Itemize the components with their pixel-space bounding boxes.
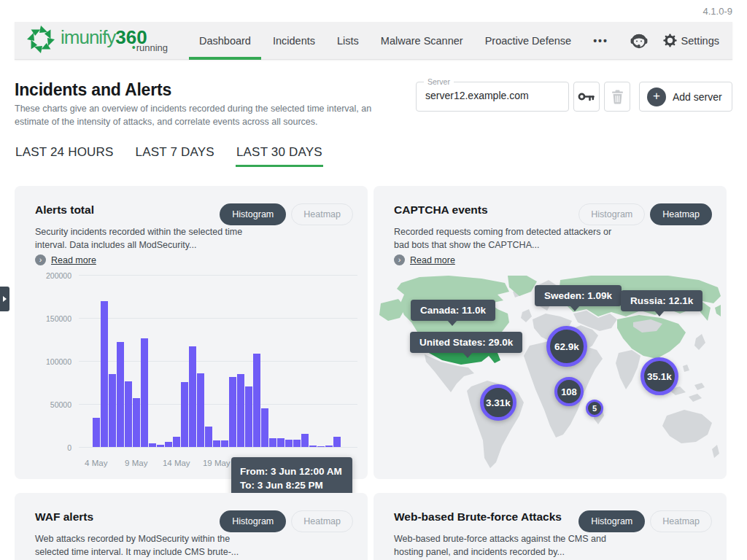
support-agent-icon[interactable] xyxy=(628,30,650,52)
y-axis-label: 50000 xyxy=(15,400,71,409)
map-country-tooltip: Sweden: 1.09k xyxy=(535,285,622,306)
card-description: Security incidents recorded within the s… xyxy=(35,225,263,252)
histogram-bar[interactable] xyxy=(333,437,341,447)
server-input[interactable] xyxy=(425,90,560,101)
histogram-bar[interactable] xyxy=(229,377,236,447)
histogram-bar[interactable] xyxy=(189,346,196,447)
plus-icon: + xyxy=(647,88,666,106)
navbar: imunify360 •running Dashboard Incidents … xyxy=(15,22,732,60)
histogram-bar[interactable] xyxy=(197,373,204,447)
nav-item-dashboard[interactable]: Dashboard xyxy=(188,22,262,60)
tab-last-7-days[interactable]: LAST 7 DAYS xyxy=(135,145,215,167)
histogram-toggle[interactable]: Histogram xyxy=(578,510,645,532)
heatmap-toggle[interactable]: Heatmap xyxy=(650,510,712,532)
nav-item-lists[interactable]: Lists xyxy=(326,22,370,60)
nav-item-proactive-defense[interactable]: Proactive Defense xyxy=(474,22,582,60)
x-axis-label: 4 May xyxy=(74,459,118,467)
histogram-bar[interactable] xyxy=(245,386,252,447)
histogram-bar[interactable] xyxy=(213,440,220,447)
settings-label: Settings xyxy=(681,35,719,47)
heatmap-toggle[interactable]: Heatmap xyxy=(650,203,712,225)
card-captcha-events: CAPTCHA events Histogram Heatmap Recorde… xyxy=(374,186,727,479)
tooltip-pointer xyxy=(462,352,473,358)
histogram-bar[interactable] xyxy=(285,440,293,447)
map-bubble[interactable]: 35.1k xyxy=(640,357,678,395)
histogram-bar[interactable] xyxy=(125,381,132,447)
x-axis-label: 14 May xyxy=(155,459,198,467)
country-uk xyxy=(521,309,532,322)
map-bubble[interactable]: 108 xyxy=(554,377,584,406)
page-subtitle: These charts give an overview of inciden… xyxy=(15,102,395,128)
imunify360-logo[interactable]: imunify360 •running xyxy=(25,22,168,60)
card-title: CAPTCHA events xyxy=(394,203,488,217)
heatmap-toggle[interactable]: Heatmap xyxy=(291,203,353,225)
histogram-toggle[interactable]: Histogram xyxy=(220,203,286,225)
server-field-label: Server xyxy=(424,77,454,86)
histogram-bar[interactable] xyxy=(101,301,108,447)
histogram-toggle[interactable]: Histogram xyxy=(220,510,286,532)
card-description: Web attacks recorded by ModSecurity with… xyxy=(35,532,263,559)
histogram-bar[interactable] xyxy=(173,437,180,447)
histogram-bar[interactable] xyxy=(149,443,156,447)
histogram-bar[interactable] xyxy=(181,382,188,447)
nav-more-menu[interactable]: ••• xyxy=(582,22,619,60)
card-alerts-total: Alerts total Histogram Heatmap Security … xyxy=(15,186,368,479)
add-server-button[interactable]: + Add server xyxy=(639,82,732,112)
histogram-bar[interactable] xyxy=(325,446,333,447)
map-bubble[interactable]: 62.9k xyxy=(546,326,587,367)
map-country-tooltip: Canada: 11.0k xyxy=(411,300,495,321)
country-australia xyxy=(662,410,712,443)
card-title: Alerts total xyxy=(35,203,94,217)
tab-last-24-hours[interactable]: LAST 24 HOURS xyxy=(15,145,115,167)
y-axis-label: 150000 xyxy=(15,314,71,323)
gridline xyxy=(79,447,357,448)
trash-icon xyxy=(611,90,624,104)
country-japan xyxy=(694,334,705,350)
card-description: Recorded requests coming from detected a… xyxy=(394,225,622,252)
read-more-link[interactable]: › Read more xyxy=(394,254,455,265)
histogram-bar[interactable] xyxy=(269,438,276,447)
server-key-button[interactable] xyxy=(573,82,600,112)
chevron-right-icon xyxy=(3,296,7,302)
chevron-circle-icon: › xyxy=(35,254,46,265)
histogram-bar[interactable] xyxy=(165,442,172,447)
y-axis-label: 200000 xyxy=(15,271,71,280)
app-version: 4.1.0-9 xyxy=(703,6,732,17)
histogram-bar[interactable] xyxy=(141,338,148,447)
time-range-tabs: LAST 24 HOURS LAST 7 DAYS LAST 30 DAYS xyxy=(15,145,323,167)
heatmap-toggle[interactable]: Heatmap xyxy=(291,510,353,532)
histogram-bar[interactable] xyxy=(205,427,212,447)
map-bubble[interactable]: 3.31k xyxy=(480,384,516,421)
map-bubble[interactable]: 5 xyxy=(586,400,603,417)
settings-button[interactable]: Settings xyxy=(663,34,719,47)
histogram-bar[interactable] xyxy=(253,354,260,447)
histogram-bar[interactable] xyxy=(261,408,268,447)
card-bruteforce-attacks: Web-based Brute-force Attacks Histogram … xyxy=(374,493,727,560)
histogram-bar[interactable] xyxy=(293,440,301,447)
server-select[interactable]: Server xyxy=(416,82,569,112)
tab-last-30-days[interactable]: LAST 30 DAYS xyxy=(236,145,323,167)
histogram-bar[interactable] xyxy=(157,445,164,447)
chevron-circle-icon: › xyxy=(394,254,405,265)
nav-item-malware-scanner[interactable]: Malware Scanner xyxy=(370,22,474,60)
nav-item-incidents[interactable]: Incidents xyxy=(262,22,326,60)
page-title: Incidents and Alerts xyxy=(15,80,171,100)
histogram-bar[interactable] xyxy=(317,446,325,447)
histogram-bar[interactable] xyxy=(93,418,100,447)
card-description: Web-based brute-force attacks against th… xyxy=(394,532,622,559)
histogram-bar[interactable] xyxy=(221,440,228,447)
read-more-link[interactable]: › Read more xyxy=(35,254,96,265)
server-delete-button[interactable] xyxy=(604,82,630,112)
histogram-bar[interactable] xyxy=(109,374,116,447)
sidebar-expander[interactable] xyxy=(0,287,9,311)
nav-items: Dashboard Incidents Lists Malware Scanne… xyxy=(188,22,619,60)
histogram-toggle[interactable]: Histogram xyxy=(578,203,645,225)
histogram-bar[interactable] xyxy=(117,342,124,447)
key-icon xyxy=(578,91,595,102)
histogram-bar[interactable] xyxy=(133,398,140,447)
histogram-bar[interactable] xyxy=(277,438,285,447)
histogram-bar[interactable] xyxy=(237,374,244,447)
map-country-tooltip: Russia: 12.1k xyxy=(621,290,703,311)
histogram-bar[interactable] xyxy=(309,446,317,447)
histogram-bar[interactable] xyxy=(301,434,309,447)
